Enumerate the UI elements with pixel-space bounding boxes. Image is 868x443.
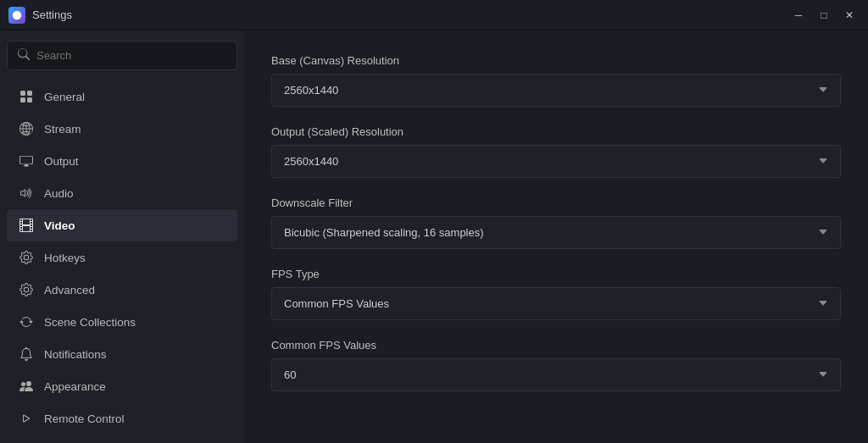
cog-icon [19,282,34,297]
search-input[interactable] [36,49,226,62]
sidebar-label-scene-collections: Scene Collections [44,316,136,329]
sidebar-label-output: Output [44,155,79,168]
search-box[interactable] [7,41,237,70]
select-wrapper-fps-type: Common FPS ValuesInteger FPS ValueFracti… [271,287,841,320]
setting-group-base-resolution: Base (Canvas) Resolution1920x10802560x14… [271,54,841,107]
select-downscale-filter[interactable]: BilinearBicubic (Sharpened scaling, 16 s… [272,217,840,248]
sidebar-item-video[interactable]: Video [7,209,237,241]
titlebar-left: Settings [8,7,72,24]
setting-group-fps-type: FPS TypeCommon FPS ValuesInteger FPS Val… [271,268,841,320]
users-icon [19,379,34,394]
monitor-icon [19,153,34,169]
app-icon [8,7,25,24]
sidebar-label-general: General [44,91,85,103]
sidebar-items-container: GeneralStreamOutputAudioVideoHotkeysAdva… [7,80,237,435]
setting-group-downscale-filter: Downscale FilterBilinearBicubic (Sharpen… [271,197,841,249]
sidebar-item-notifications[interactable]: Notifications [7,338,237,370]
speaker-icon [19,186,34,201]
maximize-button[interactable]: □ [812,3,836,27]
sidebar-item-advanced[interactable]: Advanced [7,274,237,306]
svg-point-0 [13,10,22,19]
gear-icon [19,250,34,265]
select-wrapper-downscale-filter: BilinearBicubic (Sharpened scaling, 16 s… [271,216,841,249]
select-wrapper-common-fps-values: 24 NTSC25 PAL29.97 NTSC304859.94 NTSC60 [271,358,841,391]
sidebar-item-remote-control[interactable]: Remote Control [7,402,237,435]
sidebar-item-output[interactable]: Output [7,145,237,177]
titlebar-title: Settings [32,8,72,21]
sidebar-label-remote-control: Remote Control [44,413,125,425]
refresh-icon [19,314,34,329]
sidebar-label-notifications: Notifications [44,348,107,361]
window-controls: ─ □ ✕ [787,3,861,27]
sidebar-item-scene-collections[interactable]: Scene Collections [7,306,237,338]
setting-group-output-resolution: Output (Scaled) Resolution1920x10802560x… [271,125,841,178]
titlebar: Settings ─ □ ✕ [0,0,868,30]
sidebar: GeneralStreamOutputAudioVideoHotkeysAdva… [0,30,244,443]
content-area: Base (Canvas) Resolution1920x10802560x14… [244,30,868,443]
fields-container: Base (Canvas) Resolution1920x10802560x14… [271,54,841,391]
close-button[interactable]: ✕ [837,3,861,27]
globe-icon [19,121,34,136]
select-output-resolution[interactable]: 1920x10802560x14403840x21601280x720 [272,146,840,177]
sidebar-label-video: Video [44,219,75,232]
setting-label-fps-type: FPS Type [271,268,841,280]
setting-label-base-resolution: Base (Canvas) Resolution [271,54,841,67]
sidebar-item-general[interactable]: General [7,80,237,113]
select-base-resolution[interactable]: 1920x10802560x14403840x21601280x720 [272,75,840,106]
main-layout: GeneralStreamOutputAudioVideoHotkeysAdva… [0,30,868,443]
sidebar-label-audio: Audio [44,187,74,200]
setting-label-downscale-filter: Downscale Filter [271,197,841,209]
sidebar-label-stream: Stream [44,123,81,136]
setting-group-common-fps-values: Common FPS Values24 NTSC25 PAL29.97 NTSC… [271,339,841,391]
select-wrapper-output-resolution: 1920x10802560x14403840x21601280x720 [271,145,841,178]
select-wrapper-base-resolution: 1920x10802560x14403840x21601280x720 [271,74,841,107]
grid-icon [19,89,34,104]
film-icon [19,218,34,233]
sidebar-label-hotkeys: Hotkeys [44,252,86,264]
sidebar-label-advanced: Advanced [44,284,95,296]
play-icon [19,411,34,426]
search-icon [18,48,30,63]
setting-label-common-fps-values: Common FPS Values [271,339,841,352]
select-common-fps-values[interactable]: 24 NTSC25 PAL29.97 NTSC304859.94 NTSC60 [272,359,840,390]
sidebar-item-stream[interactable]: Stream [7,113,237,145]
minimize-button[interactable]: ─ [787,3,810,27]
select-fps-type[interactable]: Common FPS ValuesInteger FPS ValueFracti… [272,288,840,319]
sidebar-item-audio[interactable]: Audio [7,177,237,209]
bell-icon [19,346,34,362]
sidebar-label-appearance: Appearance [44,380,106,393]
setting-label-output-resolution: Output (Scaled) Resolution [271,125,841,138]
sidebar-item-appearance[interactable]: Appearance [7,370,237,402]
sidebar-item-hotkeys[interactable]: Hotkeys [7,241,237,274]
